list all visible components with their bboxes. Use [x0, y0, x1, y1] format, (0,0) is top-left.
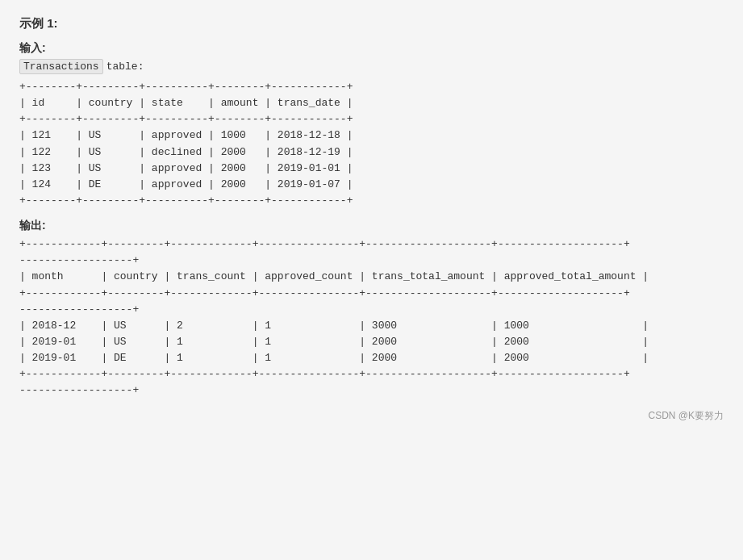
input-label: 输入:	[19, 41, 724, 56]
table-label-row: Transactions table:	[19, 59, 724, 74]
table-label-text: table:	[106, 61, 144, 73]
table-name-code: Transactions	[19, 59, 103, 74]
input-table: +--------+---------+----------+--------+…	[19, 79, 724, 209]
watermark: CSDN @K要努力	[19, 409, 724, 423]
output-label: 输出:	[19, 219, 724, 233]
output-table: +------------+---------+-------------+--…	[19, 236, 724, 399]
section-title: 示例 1:	[19, 16, 724, 31]
